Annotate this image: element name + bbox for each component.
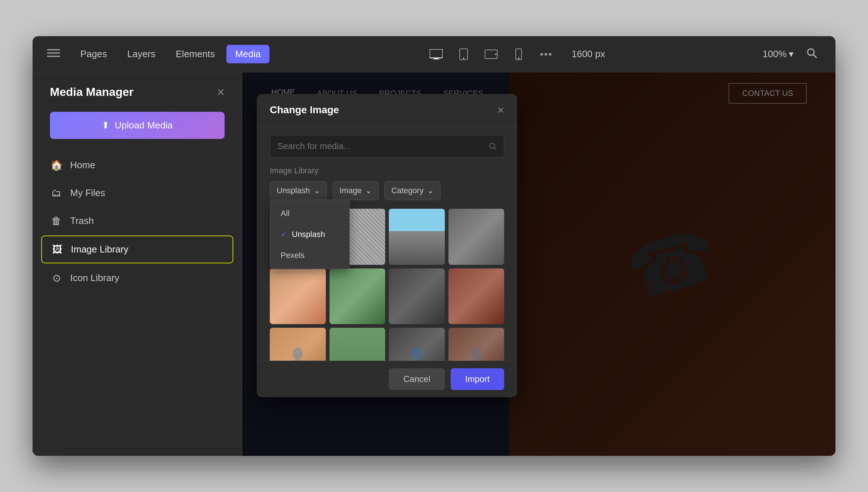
sidebar-item-myfiles-label: My Files: [70, 187, 105, 199]
media-button[interactable]: Media: [226, 45, 269, 63]
svg-point-8: [518, 58, 519, 59]
px-display: 1600 px: [571, 48, 605, 60]
sidebar-title-bar: Media Manager ×: [33, 85, 242, 112]
svg-point-11: [490, 143, 495, 148]
type-dropdown-value: Image: [340, 186, 362, 195]
tablet-device-button[interactable]: [454, 45, 473, 64]
image-thumb-6[interactable]: [329, 268, 386, 325]
sidebar-item-trash[interactable]: 🗑 Trash: [41, 208, 233, 234]
chevron-down-icon: ▾: [789, 48, 793, 60]
svg-line-12: [494, 148, 496, 150]
toolbar-center: ••• 1600 px: [281, 45, 751, 64]
trash-icon: 🗑: [50, 215, 63, 227]
sidebar-item-icon-library-label: Icon Library: [70, 272, 119, 284]
source-option-all[interactable]: All: [271, 203, 349, 224]
modal-title: Change Image: [270, 104, 339, 116]
toolbar: Pages Layers Elements Media: [33, 36, 835, 72]
elements-button[interactable]: Elements: [167, 45, 224, 63]
pages-button[interactable]: Pages: [72, 45, 116, 63]
app-window: Pages Layers Elements Media: [33, 36, 835, 456]
modal-search-bar[interactable]: [270, 135, 504, 157]
svg-point-4: [463, 58, 464, 59]
image-thumb-8[interactable]: [448, 268, 505, 325]
sidebar-item-icon-library[interactable]: ⊙ Icon Library: [41, 265, 233, 291]
image-thumb-10[interactable]: [329, 328, 386, 361]
main-area: Media Manager × ⬆ Upload Media 🏠 Home 🗂 …: [33, 72, 835, 456]
source-dropdown[interactable]: Unsplash ⌄ All ✓ Unsplash: [270, 181, 327, 200]
section-label: Image Library: [257, 166, 517, 181]
hamburger-line-1: [47, 49, 60, 50]
upload-label: Upload Media: [115, 120, 173, 131]
files-icon: 🗂: [50, 187, 63, 199]
layers-button[interactable]: Layers: [119, 45, 164, 63]
search-input[interactable]: [277, 141, 484, 151]
landscape-tablet-icon: [485, 50, 498, 59]
source-unsplash-label: Unsplash: [292, 230, 325, 239]
modal-overlay: Change Image × Image Library: [242, 72, 835, 456]
hamburger-line-2: [47, 52, 60, 54]
sidebar-item-home-label: Home: [70, 160, 95, 171]
image-thumb-12[interactable]: 👤: [448, 328, 505, 361]
mobile-device-button[interactable]: [509, 45, 528, 64]
sidebar-item-image-library[interactable]: 🖼 Image Library: [41, 236, 233, 263]
source-pexels-label: Pexels: [281, 251, 305, 260]
hamburger-line-3: [47, 56, 60, 57]
source-option-unsplash[interactable]: ✓ Unsplash: [271, 224, 349, 245]
image-thumb-11[interactable]: 👤: [389, 328, 445, 361]
toolbar-nav: Pages Layers Elements Media: [72, 45, 269, 63]
image-thumb-4[interactable]: [448, 209, 505, 265]
source-dropdown-menu: All ✓ Unsplash Pexels: [270, 200, 350, 269]
sidebar-item-home[interactable]: 🏠 Home: [41, 152, 233, 178]
sidebar: Media Manager × ⬆ Upload Media 🏠 Home 🗂 …: [33, 72, 242, 456]
desktop-device-button[interactable]: [427, 45, 446, 64]
mobile-icon: [515, 48, 522, 60]
source-all-label: All: [281, 209, 289, 218]
type-dropdown[interactable]: Image ⌄: [333, 181, 379, 200]
more-options-button[interactable]: •••: [537, 45, 556, 64]
tablet-icon: [459, 48, 468, 60]
type-dropdown-arrow: ⌄: [365, 186, 372, 195]
image-library-icon: 🖼: [51, 243, 64, 255]
image-thumb-3[interactable]: [389, 209, 445, 265]
category-dropdown-arrow: ⌄: [427, 186, 434, 195]
sidebar-nav: 🏠 Home 🗂 My Files 🗑 Trash 🖼 Image Librar…: [33, 152, 242, 291]
modal-actions: Cancel Import: [257, 361, 517, 397]
source-filter-wrapper: Unsplash ⌄ All ✓ Unsplash: [270, 181, 327, 200]
global-search-button[interactable]: [802, 45, 821, 64]
modal-filters: Unsplash ⌄ All ✓ Unsplash: [257, 181, 517, 209]
source-dropdown-arrow: ⌄: [314, 186, 320, 195]
source-dropdown-value: Unsplash: [277, 186, 310, 195]
svg-line-10: [813, 55, 817, 58]
zoom-button[interactable]: 100% ▾: [763, 48, 794, 60]
svg-rect-2: [433, 59, 440, 59]
category-dropdown[interactable]: Category ⌄: [384, 181, 441, 200]
search-icon: [489, 142, 497, 150]
svg-point-6: [495, 54, 497, 55]
image-thumb-9[interactable]: 👤: [270, 328, 326, 361]
upload-media-button[interactable]: ⬆ Upload Media: [50, 112, 225, 139]
change-image-modal: Change Image × Image Library: [257, 94, 517, 397]
home-icon: 🏠: [50, 159, 63, 171]
modal-close-button[interactable]: ×: [497, 104, 504, 116]
icon-library-icon: ⊙: [50, 272, 63, 284]
source-option-pexels[interactable]: Pexels: [271, 245, 349, 266]
sidebar-item-my-files[interactable]: 🗂 My Files: [41, 180, 233, 206]
check-icon: ✓: [281, 230, 287, 239]
image-thumb-5[interactable]: [270, 268, 326, 325]
landscape-tablet-button[interactable]: [482, 45, 501, 64]
sidebar-close-button[interactable]: ×: [217, 86, 225, 99]
toolbar-right: 100% ▾: [763, 45, 821, 64]
media-manager-title: Media Manager: [50, 85, 133, 99]
category-dropdown-value: Category: [391, 186, 424, 195]
canvas-area: HOME ABOUT US PROJECTS SERVICES CONTACT …: [242, 72, 835, 456]
cancel-button[interactable]: Cancel: [389, 368, 445, 390]
desktop-icon: [430, 49, 443, 59]
zoom-value: 100%: [763, 48, 787, 60]
svg-point-9: [808, 49, 814, 55]
search-icon: [806, 47, 817, 59]
svg-rect-0: [430, 49, 443, 58]
import-button[interactable]: Import: [451, 368, 504, 390]
hamburger-menu[interactable]: [47, 49, 60, 59]
sidebar-item-trash-label: Trash: [70, 215, 94, 226]
image-thumb-7[interactable]: [389, 268, 445, 325]
